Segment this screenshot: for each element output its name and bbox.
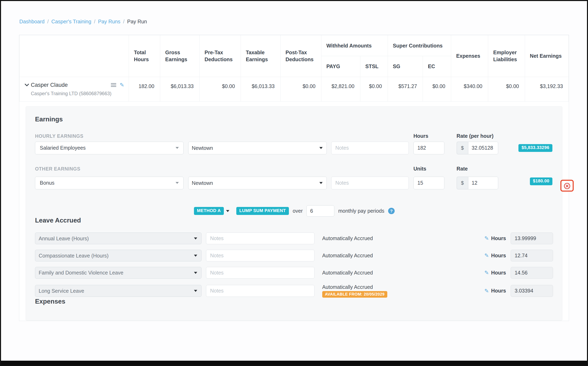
- hourly-earnings-label: HOURLY EARNINGS: [35, 133, 409, 139]
- available-from-badge: AVAILABLE FROM: 20/05/2029: [322, 291, 387, 298]
- leave-category-select-wrap: Annual Leave (Hours): [35, 233, 201, 244]
- location-select[interactable]: Newtown: [188, 142, 327, 154]
- leave-notes-input[interactable]: [206, 233, 314, 244]
- rate-input-group: $: [449, 177, 498, 189]
- employee-row: Casper Claude ✎ Casper's Training LTD (5…: [19, 77, 569, 101]
- hours-input[interactable]: [413, 142, 444, 154]
- accrual-status: Automatically Accrued: [322, 235, 373, 241]
- chevron-down-icon[interactable]: [25, 84, 29, 86]
- group-header-withheld-amounts: Withheld Amounts: [321, 35, 388, 56]
- employee-column-header: [19, 35, 129, 77]
- cell-total-hours: 182.00: [129, 77, 160, 101]
- lump-sum-method-row: METHOD A LUMP SUM PAYMENT over monthly p…: [194, 205, 553, 216]
- pay-category-dropdown[interactable]: Salaried Employees: [35, 142, 184, 154]
- cell-pretax-deductions: $0.00: [200, 77, 241, 101]
- breadcrumb-business[interactable]: Casper's Training: [51, 19, 91, 24]
- edit-icon[interactable]: ✎: [120, 82, 124, 88]
- pay-periods-input[interactable]: [306, 205, 334, 216]
- leave-accrued-heading: Leave Accrued: [35, 217, 553, 224]
- leave-notes-input[interactable]: [206, 250, 314, 262]
- cell-sg: $571.27: [388, 77, 423, 101]
- breadcrumb-separator: /: [47, 19, 49, 24]
- expenses-heading: Expenses: [35, 298, 553, 305]
- notes-input[interactable]: [331, 142, 409, 154]
- leave-category-select[interactable]: Long Service Leave: [35, 285, 201, 297]
- leave-hours-input[interactable]: [511, 250, 553, 262]
- col-header-employer-liabilities: Employer Liabilities: [488, 35, 525, 77]
- col-header-taxable-earnings: Taxable Earnings: [241, 35, 281, 77]
- help-icon[interactable]: ?: [388, 208, 395, 214]
- notes-input[interactable]: [331, 177, 409, 189]
- delete-highlight-box: [560, 180, 574, 192]
- pay-category-value: Salaried Employees: [40, 145, 86, 151]
- earnings-heading: Earnings: [35, 115, 553, 123]
- rate-input[interactable]: [468, 177, 498, 189]
- chevron-down-icon: [226, 210, 229, 212]
- employee-company: Casper's Training LTD (58606879663): [31, 91, 124, 96]
- cell-expenses: $340.00: [451, 77, 488, 101]
- leave-row-family-domestic-violence: Family and Domestic Violence Leave Autom…: [35, 267, 553, 279]
- edit-icon[interactable]: ✎: [484, 253, 489, 258]
- leave-row-long-service: Long Service Leave Automatically Accrued…: [35, 284, 553, 298]
- leave-row-annual: Annual Leave (Hours) Automatically Accru…: [35, 233, 553, 244]
- pay-periods-text: monthly pay periods: [338, 208, 384, 214]
- cell-employer-liabilities: $0.00: [488, 77, 525, 101]
- edit-icon[interactable]: ✎: [484, 288, 489, 294]
- cell-posttax-deductions: $0.00: [281, 77, 321, 101]
- accrual-status: Automatically Accrued: [322, 270, 373, 276]
- col-header-total-hours: Total Hours: [129, 35, 160, 77]
- notes-icon[interactable]: [111, 83, 116, 87]
- leave-hours-input[interactable]: [511, 267, 553, 279]
- over-text: over: [293, 208, 303, 214]
- leave-category-select[interactable]: Family and Domestic Violence Leave: [35, 267, 201, 279]
- breadcrumb-payruns[interactable]: Pay Runs: [98, 19, 120, 24]
- chevron-down-icon: [176, 182, 179, 184]
- method-badge: METHOD A: [194, 207, 224, 215]
- delete-icon[interactable]: [564, 183, 571, 190]
- col-header-ec: EC: [423, 56, 451, 77]
- employee-detail-panel: Earnings HOURLY EARNINGS Hours Rate (per…: [26, 106, 562, 321]
- pay-category-dropdown[interactable]: Bonus: [35, 177, 184, 189]
- cell-ec: $0.00: [423, 77, 451, 101]
- hours-label: Hours: [491, 253, 506, 259]
- location-select-wrap: Newtown: [188, 142, 327, 154]
- cell-gross-earnings: $6,013.33: [160, 77, 200, 101]
- breadcrumb: Dashboard/Casper's Training/Pay Runs/Pay…: [19, 19, 587, 24]
- edit-icon[interactable]: ✎: [484, 270, 489, 275]
- group-header-super-contributions: Super Contributions: [388, 35, 451, 56]
- edit-icon[interactable]: ✎: [484, 236, 489, 241]
- leave-category-select[interactable]: Compassionate Leave (Hours): [35, 250, 201, 262]
- leave-hours-input[interactable]: [511, 233, 553, 244]
- leave-row-compassionate: Compassionate Leave (Hours) Automaticall…: [35, 250, 553, 262]
- leave-notes-input[interactable]: [206, 285, 314, 297]
- leave-hours-input[interactable]: [511, 285, 553, 297]
- units-input[interactable]: [413, 177, 444, 189]
- cell-taxable-earnings: $6,013.33: [241, 77, 281, 101]
- other-earnings-row: OTHER EARNINGS Units Rate Bonus Newtown …: [35, 166, 553, 192]
- location-select-wrap: Newtown: [188, 177, 327, 189]
- breadcrumb-separator: /: [123, 19, 125, 24]
- payrun-page: Dashboard/Casper's Training/Pay Runs/Pay…: [0, 0, 588, 366]
- hours-label: Hours: [491, 235, 506, 241]
- currency-prefix: $: [457, 177, 468, 189]
- method-dropdown[interactable]: METHOD A: [194, 207, 230, 215]
- lump-sum-badge: LUMP SUM PAYMENT: [236, 207, 289, 215]
- leave-category-select[interactable]: Annual Leave (Hours): [35, 233, 201, 244]
- cell-stsl: $0.00: [360, 77, 388, 101]
- hours-column-label: Hours: [413, 133, 444, 139]
- breadcrumb-separator: /: [94, 19, 95, 24]
- breadcrumb-dashboard[interactable]: Dashboard: [19, 19, 45, 24]
- rate-column-label: Rate: [449, 166, 498, 172]
- leave-category-select-wrap: Compassionate Leave (Hours): [35, 250, 201, 262]
- rate-input[interactable]: [468, 142, 498, 154]
- leave-category-select-wrap: Long Service Leave: [35, 285, 201, 297]
- units-column-label: Units: [413, 166, 444, 172]
- breadcrumb-current: Pay Run: [127, 19, 147, 24]
- leave-notes-input[interactable]: [206, 267, 314, 279]
- hourly-earnings-row: HOURLY EARNINGS Hours Rate (per hour) Sa…: [35, 133, 553, 154]
- accrual-status: Automatically Accrued: [322, 284, 387, 290]
- col-header-pretax-deductions: Pre-Tax Deductions: [200, 35, 241, 77]
- currency-prefix: $: [457, 142, 468, 154]
- location-select[interactable]: Newtown: [188, 177, 327, 189]
- col-header-stsl: STSL: [360, 56, 388, 77]
